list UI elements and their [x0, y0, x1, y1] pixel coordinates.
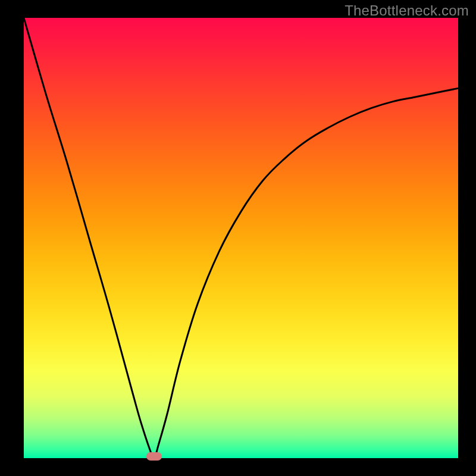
optimal-point-marker	[146, 452, 162, 461]
plot-area	[24, 18, 458, 458]
watermark-text: TheBottleneck.com	[345, 2, 469, 19]
chart-frame: TheBottleneck.com	[0, 0, 476, 476]
bottleneck-curve	[24, 18, 458, 458]
